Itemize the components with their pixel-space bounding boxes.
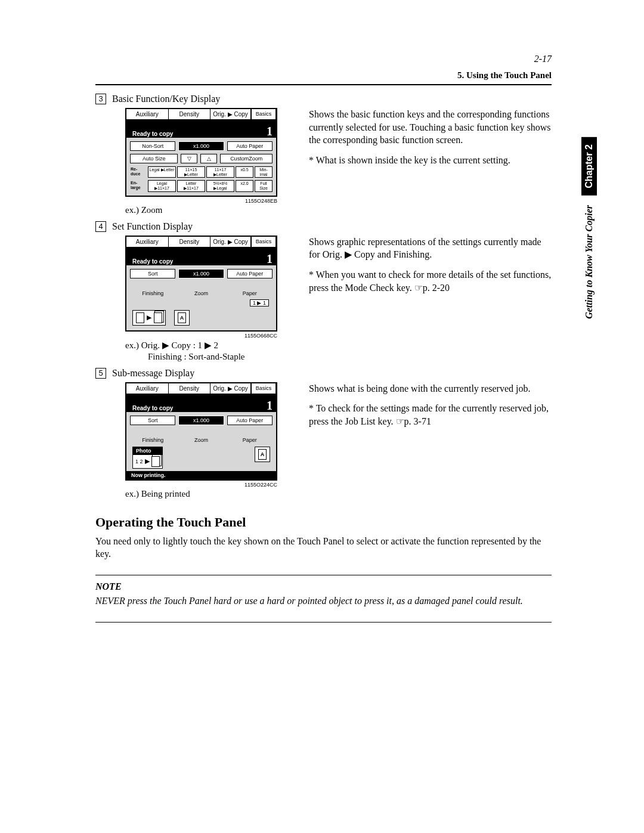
- tab-orig-copy[interactable]: Orig. ▶ Copy: [210, 383, 251, 394]
- key-zoom-value[interactable]: x1.000: [178, 141, 224, 151]
- reduce-label: Re- duce: [130, 166, 147, 178]
- reduce-key-4[interactable]: x0.5: [236, 166, 253, 178]
- label-zoom: Zoom: [178, 289, 224, 296]
- key-up-icon[interactable]: △: [200, 154, 217, 163]
- star-note-5: * To check for the settings made for the…: [309, 402, 552, 428]
- example-5: ex.) Being printed: [125, 489, 292, 499]
- example-3: ex.) Zoom: [125, 205, 292, 215]
- touch-panel-setfn: Auxiliary Density Orig. ▶ Copy Basics Re…: [125, 236, 277, 332]
- item-number-4: 4: [95, 221, 106, 232]
- example-4-line2: Finishing : Sort-and-Staple: [148, 352, 245, 361]
- desc-5: Shows what is being done with the curren…: [309, 382, 552, 395]
- touch-panel-basic: Auxiliary Density Orig. ▶ Copy Basics Re…: [125, 108, 277, 197]
- photo-icons: 1 2 ▶: [132, 454, 163, 469]
- paper-a-icon: [178, 312, 186, 323]
- image-code-5: 1155O224CC: [125, 482, 277, 488]
- item-label-3: Basic Function/Key Display: [112, 94, 220, 104]
- note-top-rule: [95, 575, 552, 575]
- copy-count: 1: [267, 125, 273, 137]
- page-seq-label: 1 2: [135, 459, 143, 465]
- key-auto-paper[interactable]: Auto Paper: [227, 269, 273, 278]
- key-auto-paper[interactable]: Auto Paper: [227, 416, 273, 425]
- tab-auxiliary[interactable]: Auxiliary: [126, 109, 169, 119]
- key-non-sort[interactable]: Non-Sort: [130, 141, 175, 151]
- key-sort[interactable]: Sort: [130, 416, 175, 425]
- reduce-key-3[interactable]: 11×17 ▶Letter: [206, 166, 234, 178]
- operating-body: You need only to lightly touch the key s…: [95, 535, 552, 561]
- finishing-icon-group: ▶: [132, 310, 166, 326]
- header-rule: [95, 84, 552, 85]
- enlarge-key-full[interactable]: Full Size: [255, 180, 273, 191]
- pages-stack-icon: [154, 312, 162, 323]
- image-code-4: 1155O668CC: [125, 333, 277, 339]
- photo-label: Photo: [132, 447, 163, 454]
- reduce-key-2[interactable]: 11×15 ▶Letter: [177, 166, 205, 178]
- label-finishing: Finishing: [130, 289, 175, 296]
- reduce-key-1[interactable]: Legal ▶Letter: [148, 166, 176, 178]
- key-zoom-value[interactable]: x1.000: [178, 269, 224, 278]
- tab-orig-copy[interactable]: Orig. ▶ Copy: [210, 237, 251, 247]
- enlarge-key-1[interactable]: Legal ▶11×17: [148, 180, 176, 191]
- status-text: Ready to copy: [132, 258, 173, 265]
- desc-4: Shows graphic representations of the set…: [309, 236, 552, 261]
- paper-a-icon: [258, 449, 267, 460]
- key-sort[interactable]: Sort: [130, 269, 175, 278]
- tab-density[interactable]: Density: [169, 237, 211, 247]
- key-custom-zoom[interactable]: CustomZoom: [220, 154, 273, 163]
- reduce-key-min[interactable]: Min- imal: [255, 166, 273, 178]
- label-paper: Paper: [227, 289, 273, 296]
- paper-icon-group: [255, 447, 270, 462]
- enlarge-key-3[interactable]: 5½×8½ ▶Legal: [206, 180, 234, 191]
- enlarge-key-2[interactable]: Letter ▶11×17: [177, 180, 205, 191]
- copy-count: 1: [267, 400, 273, 411]
- item-number-3: 3: [95, 94, 106, 104]
- orig-copy-badge: 1 ▶ 1: [250, 299, 269, 306]
- note-bottom-rule: [95, 622, 552, 623]
- copy-count: 1: [267, 253, 273, 265]
- tab-auxiliary[interactable]: Auxiliary: [126, 237, 169, 247]
- item-number-5: 5: [95, 368, 106, 379]
- item-label-4: Set Function Display: [112, 221, 193, 232]
- operating-title: Operating the Touch Panel: [95, 515, 552, 530]
- tab-auxiliary[interactable]: Auxiliary: [126, 383, 169, 394]
- tab-basics[interactable]: Basics: [251, 109, 276, 119]
- note-head: NOTE: [95, 581, 552, 592]
- tab-density[interactable]: Density: [169, 383, 211, 394]
- status-text: Ready to copy: [132, 405, 173, 411]
- key-down-icon[interactable]: ▽: [181, 154, 197, 163]
- tab-basics[interactable]: Basics: [251, 383, 276, 394]
- page-number: 2-17: [95, 54, 552, 64]
- note-body: NEVER press the Touch Panel hard or use …: [95, 594, 552, 608]
- touch-panel-submsg: Auxiliary Density Orig. ▶ Copy Basics Re…: [125, 382, 277, 481]
- key-auto-size[interactable]: Auto Size: [130, 154, 178, 163]
- arrow-icon: ▶: [145, 457, 150, 465]
- page-icon: [136, 312, 144, 323]
- pages-stack-icon: [151, 456, 160, 467]
- paper-icon-group: [174, 310, 190, 326]
- key-zoom-value[interactable]: x1.000: [178, 416, 224, 425]
- item-label-5: Sub-message Display: [112, 368, 194, 379]
- key-auto-paper[interactable]: Auto Paper: [227, 141, 273, 151]
- tab-orig-copy[interactable]: Orig. ▶ Copy: [210, 109, 251, 119]
- star-note-3: * What is shown inside the key is the cu…: [309, 154, 552, 167]
- star-note-4: * When you want to check for more detail…: [309, 268, 552, 294]
- section-header: 5. Using the Touch Panel: [95, 70, 552, 80]
- image-code-3: 1155O248EB: [125, 198, 277, 204]
- sub-message-bar: Now printing.: [126, 471, 276, 479]
- arrow-icon: ▶: [147, 314, 151, 321]
- status-text: Ready to copy: [132, 131, 173, 137]
- example-4-line1: ex.) Orig. ▶ Copy : 1 ▶ 2: [125, 340, 292, 351]
- label-finishing: Finishing: [130, 436, 175, 443]
- desc-3: Shows the basic function keys and the co…: [309, 108, 552, 147]
- enlarge-key-4[interactable]: x2.0: [236, 180, 253, 191]
- tab-density[interactable]: Density: [169, 109, 211, 119]
- label-paper: Paper: [227, 436, 273, 443]
- enlarge-label: En- large: [130, 180, 147, 191]
- tab-basics[interactable]: Basics: [251, 237, 276, 247]
- label-zoom: Zoom: [178, 436, 224, 443]
